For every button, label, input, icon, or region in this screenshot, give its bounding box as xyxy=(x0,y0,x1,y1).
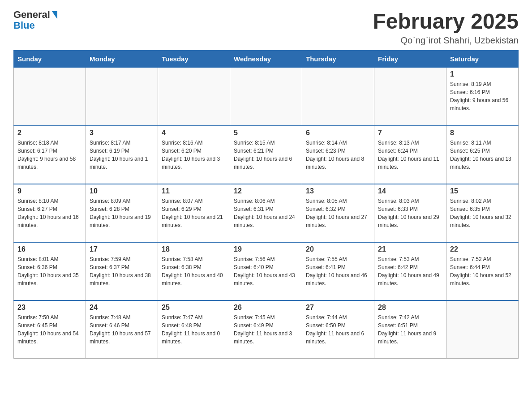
day-number: 14 xyxy=(378,187,442,195)
calendar-day-cell xyxy=(230,68,302,126)
day-number: 1 xyxy=(450,70,515,78)
calendar-week-row: 16Sunrise: 8:01 AM Sunset: 6:36 PM Dayli… xyxy=(14,242,519,300)
day-number: 21 xyxy=(378,245,442,253)
day-info: Sunrise: 8:16 AM Sunset: 6:20 PM Dayligh… xyxy=(162,139,226,171)
day-number: 7 xyxy=(378,129,442,137)
calendar-day-cell: 3Sunrise: 8:17 AM Sunset: 6:19 PM Daylig… xyxy=(86,126,158,184)
calendar-week-row: 9Sunrise: 8:10 AM Sunset: 6:27 PM Daylig… xyxy=(14,184,519,242)
day-of-week-header: Thursday xyxy=(302,51,374,68)
calendar-subtitle: Qo`ng`irot Shahri, Uzbekistan xyxy=(373,35,519,46)
calendar-day-cell: 23Sunrise: 7:50 AM Sunset: 6:45 PM Dayli… xyxy=(14,300,86,359)
day-info: Sunrise: 7:50 AM Sunset: 6:45 PM Dayligh… xyxy=(17,313,82,346)
day-number: 26 xyxy=(234,304,298,312)
calendar-week-row: 1Sunrise: 8:19 AM Sunset: 6:16 PM Daylig… xyxy=(14,68,519,126)
day-info: Sunrise: 7:42 AM Sunset: 6:51 PM Dayligh… xyxy=(378,313,442,346)
calendar-day-cell: 8Sunrise: 8:11 AM Sunset: 6:25 PM Daylig… xyxy=(446,126,519,184)
calendar-day-cell xyxy=(446,300,519,359)
day-number: 8 xyxy=(450,129,515,137)
calendar-day-cell xyxy=(86,68,158,126)
day-number: 10 xyxy=(90,187,154,195)
calendar-week-row: 2Sunrise: 8:18 AM Sunset: 6:17 PM Daylig… xyxy=(14,126,519,184)
day-number: 18 xyxy=(162,245,226,253)
day-number: 22 xyxy=(450,245,515,253)
day-info: Sunrise: 7:59 AM Sunset: 6:37 PM Dayligh… xyxy=(90,255,154,287)
day-number: 28 xyxy=(378,304,442,312)
day-number: 17 xyxy=(90,245,154,253)
calendar-day-cell: 25Sunrise: 7:47 AM Sunset: 6:48 PM Dayli… xyxy=(158,300,230,359)
day-info: Sunrise: 8:14 AM Sunset: 6:23 PM Dayligh… xyxy=(306,139,370,171)
day-info: Sunrise: 8:06 AM Sunset: 6:31 PM Dayligh… xyxy=(234,197,298,229)
calendar-day-cell: 17Sunrise: 7:59 AM Sunset: 6:37 PM Dayli… xyxy=(86,242,158,300)
calendar-day-cell xyxy=(374,68,446,126)
day-info: Sunrise: 7:53 AM Sunset: 6:42 PM Dayligh… xyxy=(378,255,442,287)
day-info: Sunrise: 8:05 AM Sunset: 6:32 PM Dayligh… xyxy=(306,197,370,229)
logo-blue-text: Blue xyxy=(13,20,35,31)
page-header: General Blue February 2025 Qo`ng`irot Sh… xyxy=(13,9,519,46)
calendar-day-cell: 24Sunrise: 7:48 AM Sunset: 6:46 PM Dayli… xyxy=(86,300,158,359)
calendar-day-cell: 16Sunrise: 8:01 AM Sunset: 6:36 PM Dayli… xyxy=(14,242,86,300)
day-info: Sunrise: 8:13 AM Sunset: 6:24 PM Dayligh… xyxy=(378,139,442,171)
day-info: Sunrise: 8:01 AM Sunset: 6:36 PM Dayligh… xyxy=(17,255,82,287)
day-of-week-header: Tuesday xyxy=(158,51,230,68)
logo-general-text: General xyxy=(13,9,50,21)
calendar-day-cell: 27Sunrise: 7:44 AM Sunset: 6:50 PM Dayli… xyxy=(302,300,374,359)
calendar-day-cell xyxy=(302,68,374,126)
calendar-day-cell xyxy=(158,68,230,126)
calendar-day-cell: 9Sunrise: 8:10 AM Sunset: 6:27 PM Daylig… xyxy=(14,184,86,242)
day-number: 23 xyxy=(17,304,82,312)
title-section: February 2025 Qo`ng`irot Shahri, Uzbekis… xyxy=(373,9,519,46)
day-of-week-header: Monday xyxy=(86,51,158,68)
calendar-day-cell: 4Sunrise: 8:16 AM Sunset: 6:20 PM Daylig… xyxy=(158,126,230,184)
day-number: 15 xyxy=(450,187,515,195)
calendar-week-row: 23Sunrise: 7:50 AM Sunset: 6:45 PM Dayli… xyxy=(14,300,519,359)
calendar-title: February 2025 xyxy=(373,9,519,34)
day-info: Sunrise: 7:56 AM Sunset: 6:40 PM Dayligh… xyxy=(234,255,298,287)
calendar-day-cell: 12Sunrise: 8:06 AM Sunset: 6:31 PM Dayli… xyxy=(230,184,302,242)
calendar-day-cell: 14Sunrise: 8:03 AM Sunset: 6:33 PM Dayli… xyxy=(374,184,446,242)
day-number: 5 xyxy=(234,129,298,137)
day-info: Sunrise: 8:07 AM Sunset: 6:29 PM Dayligh… xyxy=(162,197,226,229)
day-of-week-header: Friday xyxy=(374,51,446,68)
day-info: Sunrise: 8:02 AM Sunset: 6:35 PM Dayligh… xyxy=(450,197,515,229)
calendar-day-cell: 7Sunrise: 8:13 AM Sunset: 6:24 PM Daylig… xyxy=(374,126,446,184)
day-of-week-header: Saturday xyxy=(446,51,519,68)
calendar-day-cell: 1Sunrise: 8:19 AM Sunset: 6:16 PM Daylig… xyxy=(446,68,519,126)
calendar-day-cell: 20Sunrise: 7:55 AM Sunset: 6:41 PM Dayli… xyxy=(302,242,374,300)
day-number: 2 xyxy=(17,129,82,137)
calendar-day-cell: 15Sunrise: 8:02 AM Sunset: 6:35 PM Dayli… xyxy=(446,184,519,242)
day-number: 9 xyxy=(17,187,82,195)
day-number: 27 xyxy=(306,304,370,312)
calendar-day-cell xyxy=(14,68,86,126)
day-of-week-header: Sunday xyxy=(14,51,86,68)
calendar-day-cell: 19Sunrise: 7:56 AM Sunset: 6:40 PM Dayli… xyxy=(230,242,302,300)
calendar-day-cell: 11Sunrise: 8:07 AM Sunset: 6:29 PM Dayli… xyxy=(158,184,230,242)
calendar-header-row: SundayMondayTuesdayWednesdayThursdayFrid… xyxy=(14,51,519,68)
day-info: Sunrise: 8:15 AM Sunset: 6:21 PM Dayligh… xyxy=(234,139,298,171)
calendar-day-cell: 28Sunrise: 7:42 AM Sunset: 6:51 PM Dayli… xyxy=(374,300,446,359)
day-info: Sunrise: 8:18 AM Sunset: 6:17 PM Dayligh… xyxy=(17,139,82,171)
calendar-day-cell: 26Sunrise: 7:45 AM Sunset: 6:49 PM Dayli… xyxy=(230,300,302,359)
day-info: Sunrise: 8:19 AM Sunset: 6:16 PM Dayligh… xyxy=(450,80,515,112)
day-info: Sunrise: 7:44 AM Sunset: 6:50 PM Dayligh… xyxy=(306,313,370,346)
day-number: 6 xyxy=(306,129,370,137)
day-info: Sunrise: 8:11 AM Sunset: 6:25 PM Dayligh… xyxy=(450,139,515,171)
logo-arrow-icon xyxy=(52,11,57,19)
calendar-day-cell: 21Sunrise: 7:53 AM Sunset: 6:42 PM Dayli… xyxy=(374,242,446,300)
calendar-day-cell: 2Sunrise: 8:18 AM Sunset: 6:17 PM Daylig… xyxy=(14,126,86,184)
day-info: Sunrise: 7:47 AM Sunset: 6:48 PM Dayligh… xyxy=(162,313,226,346)
day-info: Sunrise: 7:52 AM Sunset: 6:44 PM Dayligh… xyxy=(450,255,515,287)
day-number: 16 xyxy=(17,245,82,253)
calendar-day-cell: 6Sunrise: 8:14 AM Sunset: 6:23 PM Daylig… xyxy=(302,126,374,184)
logo: General Blue xyxy=(13,9,57,31)
day-number: 25 xyxy=(162,304,226,312)
calendar-day-cell: 22Sunrise: 7:52 AM Sunset: 6:44 PM Dayli… xyxy=(446,242,519,300)
calendar-day-cell: 10Sunrise: 8:09 AM Sunset: 6:28 PM Dayli… xyxy=(86,184,158,242)
day-number: 20 xyxy=(306,245,370,253)
calendar-day-cell: 18Sunrise: 7:58 AM Sunset: 6:38 PM Dayli… xyxy=(158,242,230,300)
day-number: 3 xyxy=(90,129,154,137)
day-number: 24 xyxy=(90,304,154,312)
calendar-day-cell: 5Sunrise: 8:15 AM Sunset: 6:21 PM Daylig… xyxy=(230,126,302,184)
day-number: 4 xyxy=(162,129,226,137)
day-number: 11 xyxy=(162,187,226,195)
calendar-table: SundayMondayTuesdayWednesdayThursdayFrid… xyxy=(13,50,519,359)
